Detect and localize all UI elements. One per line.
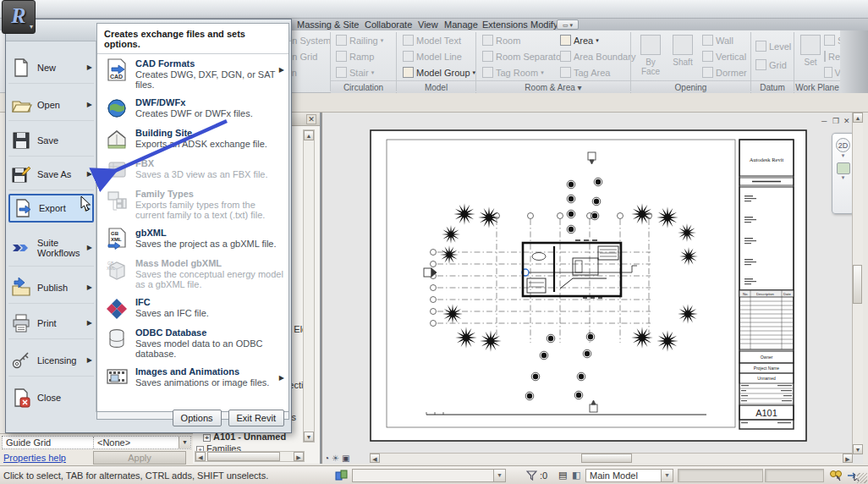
property-value[interactable]: <None> bbox=[94, 437, 179, 448]
close-file-icon bbox=[10, 388, 32, 408]
menu-item-save-as[interactable]: Save As▶ bbox=[8, 158, 94, 190]
drawing-area[interactable]: ─ ❐ ✕ bbox=[321, 113, 863, 464]
expand-icon[interactable]: + bbox=[203, 434, 211, 442]
ribbon-item-railing[interactable]: Railing▾ bbox=[336, 35, 383, 46]
tab-collaborate[interactable]: Collaborate bbox=[359, 19, 418, 30]
application-menu-button[interactable]: R ▾ bbox=[2, 0, 36, 34]
view-close-icon[interactable]: ✕ bbox=[843, 117, 850, 125]
submenu-item-cad-formats[interactable]: CAD CAD FormatsCreates DWG, DXF, DGN, or… bbox=[97, 54, 288, 93]
ribbon-item-wall-opening[interactable]: Wall bbox=[702, 35, 733, 46]
menu-item-print[interactable]: Print▶ bbox=[8, 307, 94, 339]
ribbon-item-grid[interactable]: Grid bbox=[755, 59, 787, 70]
submenu-arrow-icon: ▶ bbox=[87, 170, 92, 178]
level-icon bbox=[755, 41, 766, 52]
chevron-down-icon[interactable]: ▾ bbox=[832, 152, 854, 159]
crop-view-icon[interactable]: ▣ bbox=[342, 454, 349, 463]
scroll-down-icon[interactable]: ▼ bbox=[304, 432, 314, 442]
view-control-bar[interactable]: ◔ ☀ ▣ bbox=[324, 454, 349, 463]
ribbon-item-room[interactable]: Room bbox=[482, 35, 520, 46]
scroll-right-icon[interactable]: ▶ bbox=[294, 452, 304, 461]
submenu-item-building-site[interactable]: Building SiteExports an ADSK exchange fi… bbox=[97, 124, 288, 154]
options-button[interactable]: Options bbox=[173, 410, 222, 426]
chevron-down-icon[interactable]: ▼ bbox=[179, 437, 190, 448]
menu-item-export[interactable]: Export▶ bbox=[8, 194, 94, 223]
resize-grip[interactable] bbox=[857, 473, 867, 483]
submenu-item-gbxml[interactable]: GBXML gbXMLSaves the project as a gbXML … bbox=[97, 223, 288, 254]
steering-wheel-icon[interactable]: 2D bbox=[836, 138, 850, 152]
menu-item-publish[interactable]: Publish▶ bbox=[8, 272, 94, 304]
ribbon-item-level[interactable]: Level bbox=[755, 41, 791, 52]
workset-dropdown[interactable]: ▼ bbox=[352, 469, 506, 482]
area-icon bbox=[560, 35, 571, 46]
scroll-up-icon[interactable]: ▲ bbox=[853, 113, 863, 123]
scroll-left-icon[interactable]: ◀ bbox=[195, 452, 206, 461]
set-work-plane-icon bbox=[800, 35, 821, 55]
ribbon-item-model-group[interactable]: Model Group▾ bbox=[403, 67, 475, 78]
apply-button[interactable]: Apply bbox=[93, 451, 186, 465]
ribbon-item-model-text[interactable]: Model Text bbox=[403, 35, 461, 46]
panel-label-opening: Opening bbox=[631, 80, 750, 93]
submenu-item-images-animations[interactable]: Images and AnimationsSaves animations or… bbox=[97, 362, 288, 393]
view-minimize-icon[interactable]: ─ bbox=[821, 117, 827, 125]
ribbon-item-ramp[interactable]: Ramp bbox=[336, 51, 374, 62]
panel-label-room-area: Room & Area ▾ bbox=[476, 80, 630, 93]
ribbon-item-area[interactable]: Area▾ bbox=[560, 35, 599, 46]
filter-icon[interactable] bbox=[526, 470, 537, 481]
submenu-item-odbc[interactable]: ODBC DatabaseSaves model data to an ODBC… bbox=[97, 323, 288, 362]
browser-vertical-scrollbar[interactable]: ▲ ▼ bbox=[303, 129, 315, 443]
tab-massing-site[interactable]: Massing & Site bbox=[291, 19, 365, 30]
zoom-icon[interactable] bbox=[837, 162, 850, 174]
svg-text:Autodesk Revit: Autodesk Revit bbox=[750, 157, 784, 162]
ribbon-item-shaft[interactable]: Shaft bbox=[668, 33, 697, 79]
ribbon-item-room-separator[interactable]: Room Separator bbox=[482, 51, 564, 62]
property-row-guide-grid[interactable]: Guide Grid <None> ▼ bbox=[2, 436, 191, 449]
menu-item-licensing[interactable]: Licensing▶ bbox=[8, 344, 94, 377]
building-site-icon bbox=[106, 128, 129, 151]
navigation-bar[interactable]: 2D ▾ ▾ bbox=[832, 133, 854, 214]
scroll-up-icon[interactable]: ▲ bbox=[304, 130, 314, 140]
scroll-down-icon[interactable]: ▼ bbox=[853, 444, 863, 454]
ribbon-item-set[interactable]: Set bbox=[796, 33, 825, 79]
ribbon-item-tag-room[interactable]: Tag Room▾ bbox=[482, 67, 544, 78]
tag-area-icon bbox=[560, 67, 571, 78]
ribbon-item-vertical-opening[interactable]: Vertical bbox=[702, 51, 746, 62]
canvas-vertical-scrollbar[interactable]: ▲ ▼ bbox=[852, 113, 863, 454]
shaft-icon bbox=[673, 35, 693, 55]
scroll-right-icon[interactable]: ▶ bbox=[843, 454, 853, 463]
menu-item-open[interactable]: Open▶ bbox=[8, 89, 94, 121]
status-hint-text: Click to select, TAB for alternates, CTR… bbox=[3, 470, 268, 481]
submenu-item-ifc[interactable]: IFCSaves an IFC file. bbox=[97, 293, 288, 323]
editable-only-icon[interactable]: ▤ bbox=[558, 470, 567, 481]
canvas-horizontal-scrollbar[interactable]: ◀ ▶ bbox=[370, 453, 853, 464]
gbxml-icon: GBXML bbox=[106, 228, 129, 250]
open-folder-icon bbox=[10, 95, 32, 115]
menu-item-suite-workflows[interactable]: Suite Workflows▶ bbox=[8, 229, 94, 267]
ribbon-item-stair[interactable]: Stair▾ bbox=[336, 67, 374, 78]
submenu-item-dwf[interactable]: DWF/DWFxCreates DWF or DWFx files. bbox=[97, 93, 288, 124]
sun-path-icon[interactable]: ☀ bbox=[332, 454, 339, 463]
exit-revit-button[interactable]: Exit Revit bbox=[228, 410, 284, 426]
ribbon-item-tag-area[interactable]: Tag Area bbox=[560, 67, 610, 78]
ribbon-item-model-line[interactable]: Model Line bbox=[403, 51, 462, 62]
close-icon[interactable]: ✕ bbox=[306, 114, 316, 124]
exclude-options-icon[interactable] bbox=[829, 470, 843, 481]
view-restore-icon[interactable]: ❐ bbox=[832, 117, 839, 125]
menu-item-save[interactable]: Save bbox=[8, 124, 94, 157]
worksets-icon[interactable] bbox=[335, 470, 348, 481]
menu-item-new[interactable]: New▶ bbox=[8, 52, 94, 84]
design-options-icon[interactable]: ◧ bbox=[572, 470, 580, 481]
ribbon-state-toggle[interactable]: ▭ ▾ bbox=[557, 19, 579, 30]
submenu-arrow-icon: ▶ bbox=[87, 283, 92, 291]
ribbon-item-area-boundary[interactable]: Area Boundary bbox=[560, 51, 635, 62]
chevron-down-icon[interactable]: ▾ bbox=[832, 174, 854, 181]
properties-help-link[interactable]: Properties help bbox=[3, 453, 66, 463]
ribbon-item-dormer-opening[interactable]: Dormer bbox=[702, 67, 747, 78]
ribbon-item-by-face[interactable]: By Face bbox=[636, 33, 665, 79]
panel-label-model: Model bbox=[397, 80, 475, 93]
scroll-left-icon[interactable]: ◀ bbox=[370, 454, 380, 463]
browser-horizontal-scrollbar[interactable]: ◀ ▶ bbox=[195, 451, 305, 462]
design-option-dropdown[interactable]: Main Model ▼ bbox=[585, 469, 673, 482]
publish-icon bbox=[10, 278, 32, 298]
svg-text:No.: No. bbox=[743, 292, 749, 296]
visual-style-icon[interactable]: ◔ bbox=[324, 454, 329, 463]
